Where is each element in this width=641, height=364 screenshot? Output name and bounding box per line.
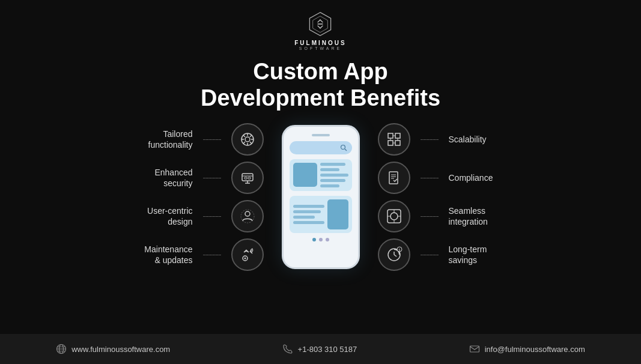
- benefit-security: Enhancedsecurity: [154, 162, 263, 194]
- seamless-integration-label: Seamlessintegration: [449, 205, 488, 227]
- svg-rect-12: [242, 174, 253, 181]
- scalability-icon-circle: [378, 123, 410, 156]
- tailored-icon: [239, 131, 256, 148]
- benefit-seamless-integration: Seamlessintegration: [378, 200, 488, 232]
- email-text: info@fulminoussoftware.com: [485, 345, 585, 354]
- website-text: www.fulminoussoftware.com: [71, 345, 170, 354]
- svg-text:$: $: [398, 248, 400, 252]
- phone-image-2: [327, 199, 348, 229]
- svg-point-21: [244, 258, 246, 259]
- phone-lines-1: [320, 163, 348, 187]
- main-content: FULMINOUS SOFTWARE Custom App Developmen…: [0, 0, 641, 334]
- svg-point-23: [341, 145, 345, 150]
- long-term-savings-icon-circle: $: [378, 238, 410, 271]
- user-centric-label: User-centricdesign: [147, 205, 192, 227]
- svg-line-8: [243, 135, 245, 137]
- svg-rect-28: [395, 141, 400, 145]
- compliance-label: Compliance: [449, 172, 493, 183]
- svg-point-38: [390, 213, 398, 220]
- footer-email: info@fulminoussoftware.com: [469, 344, 585, 354]
- benefit-user-centric: User-centricdesign: [147, 200, 263, 232]
- connector-right-3: [418, 216, 442, 217]
- security-label: Enhancedsecurity: [154, 167, 192, 189]
- connector-left-2: [200, 178, 224, 178]
- svg-line-9: [250, 142, 252, 144]
- right-benefits-list: Scalability Compliance: [378, 123, 546, 271]
- svg-rect-17: [248, 177, 251, 179]
- svg-rect-25: [388, 133, 393, 138]
- svg-rect-33: [389, 172, 398, 184]
- scalability-label: Scalability: [449, 134, 487, 145]
- page-title: Custom App Development Benefits: [201, 59, 440, 111]
- connector-right-2: [418, 178, 442, 178]
- benefit-maintenance: Maintenance& updates: [144, 238, 263, 271]
- svg-rect-16: [245, 177, 247, 179]
- phone-notch: [312, 134, 330, 136]
- maintenance-label: Maintenance& updates: [144, 244, 192, 265]
- globe-icon: [56, 344, 67, 354]
- seamless-integration-icon-circle: [378, 200, 410, 232]
- compliance-icon: [386, 170, 402, 186]
- benefit-compliance: Compliance: [378, 162, 493, 194]
- left-benefits-list: Tailoredfunctionality: [96, 123, 264, 271]
- svg-rect-53: [470, 346, 479, 352]
- connector-left-4: [200, 255, 224, 255]
- long-term-savings-icon: $: [386, 246, 403, 263]
- seamless-integration-icon: [386, 208, 403, 225]
- benefit-long-term-savings: $ Long-termsavings: [378, 238, 487, 271]
- benefit-scalability: Scalability: [378, 123, 487, 156]
- footer-website: www.fulminoussoftware.com: [56, 344, 170, 354]
- svg-point-22: [251, 250, 252, 251]
- connector-left-1: [200, 139, 224, 140]
- svg-line-45: [394, 255, 396, 256]
- phone-search-bar: [290, 141, 352, 154]
- svg-line-11: [243, 142, 245, 144]
- long-term-savings-label: Long-termsavings: [449, 244, 487, 265]
- benefit-tailored: Tailoredfunctionality: [148, 123, 264, 156]
- phone-indicator-dots: [312, 238, 329, 241]
- maintenance-icon-circle: [231, 238, 264, 271]
- svg-line-24: [345, 149, 347, 151]
- phone-block-2: [290, 196, 352, 233]
- user-centric-icon-circle: [231, 200, 264, 232]
- phone-mockup: [282, 125, 360, 269]
- page-title-area: Custom App Development Benefits: [201, 59, 440, 111]
- compliance-icon-circle: [378, 162, 410, 194]
- svg-point-18: [245, 211, 250, 216]
- phone-text: +1-803 310 5187: [298, 345, 357, 354]
- maintenance-icon: [239, 246, 256, 263]
- svg-rect-26: [395, 133, 400, 138]
- svg-point-3: [245, 137, 250, 142]
- brand-name: FULMINOUS: [294, 40, 346, 46]
- tailored-label: Tailoredfunctionality: [148, 129, 193, 150]
- phone-block-1: [290, 159, 352, 191]
- svg-rect-27: [388, 141, 393, 145]
- logo-icon: [307, 11, 333, 37]
- search-icon: [340, 144, 347, 151]
- benefits-area: Tailoredfunctionality: [0, 123, 641, 271]
- connector-right-4: [418, 255, 442, 255]
- scalability-icon: [386, 131, 403, 148]
- svg-line-10: [250, 135, 252, 137]
- phone-icon: [282, 344, 293, 354]
- user-centric-icon: [239, 208, 256, 225]
- security-icon-circle: [231, 162, 264, 194]
- security-icon: [240, 170, 255, 186]
- phone-image-1: [293, 163, 317, 187]
- footer-phone: +1-803 310 5187: [282, 344, 357, 354]
- connector-right-1: [418, 139, 442, 140]
- connector-left-3: [200, 216, 224, 217]
- tailored-icon-circle: [231, 123, 264, 156]
- footer: www.fulminoussoftware.com +1-803 310 518…: [0, 334, 641, 364]
- logo-area: FULMINOUS SOFTWARE: [294, 11, 346, 50]
- email-icon: [469, 344, 480, 354]
- brand-sub: SOFTWARE: [299, 46, 342, 50]
